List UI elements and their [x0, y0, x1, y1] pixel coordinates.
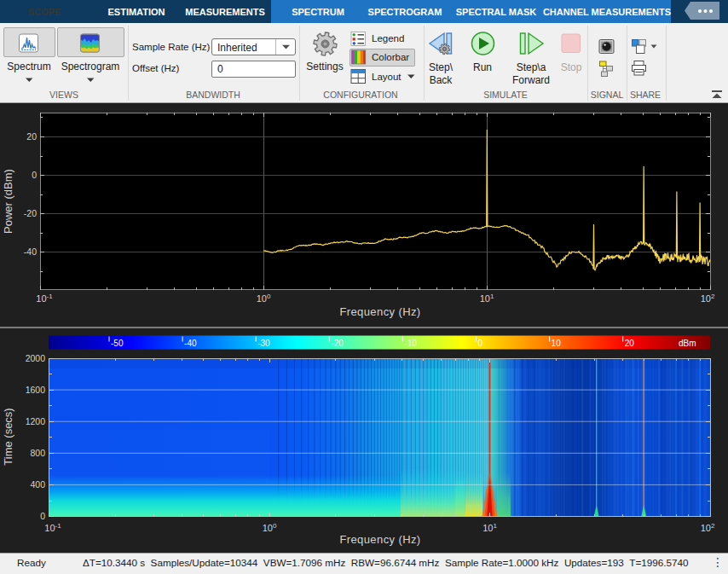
svg-text:800: 800 [30, 448, 45, 458]
svg-text:20: 20 [26, 131, 37, 142]
svg-text:-20: -20 [331, 339, 344, 348]
svg-text:0: 0 [32, 170, 37, 180]
svg-text:-30: -30 [257, 339, 270, 348]
svg-text:-40: -40 [184, 339, 197, 348]
svg-text:Time (secs): Time (secs) [2, 408, 14, 465]
svg-text:Frequency (Hz): Frequency (Hz) [339, 305, 420, 318]
svg-text:-20: -20 [24, 208, 37, 218]
svg-text:1600: 1600 [26, 385, 46, 395]
svg-text:-40: -40 [24, 246, 37, 257]
svg-text:-10: -10 [404, 339, 417, 348]
svg-text:0: 0 [40, 511, 45, 521]
svg-text:2000: 2000 [26, 353, 46, 363]
svg-text:10: 10 [552, 339, 562, 348]
svg-text:0: 0 [478, 339, 483, 348]
svg-text:Frequency (Hz): Frequency (Hz) [339, 533, 420, 546]
svg-text:20: 20 [625, 339, 635, 348]
svg-text:dBm: dBm [679, 339, 696, 348]
svg-text:Power (dBm): Power (dBm) [2, 169, 14, 234]
svg-text:1200: 1200 [26, 416, 46, 426]
svg-text:-50: -50 [111, 339, 124, 348]
svg-text:400: 400 [30, 479, 45, 490]
